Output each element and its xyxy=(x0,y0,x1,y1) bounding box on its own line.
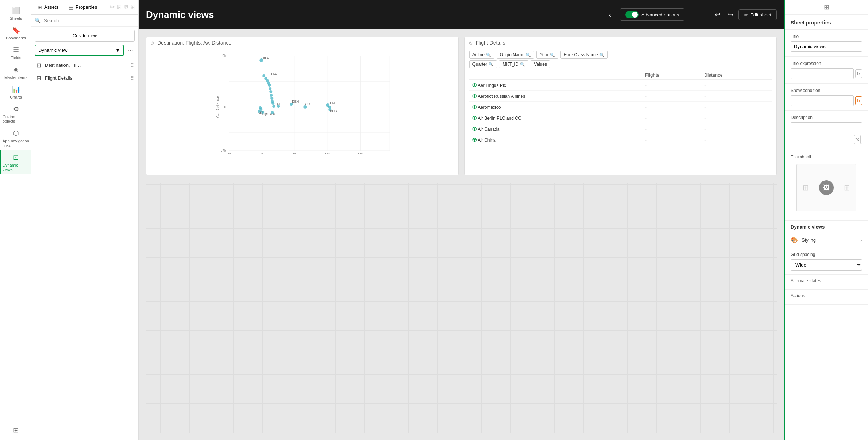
search-icon-small: 🔍 xyxy=(550,53,555,57)
row-flights: - xyxy=(642,80,701,91)
properties-tab[interactable]: ▤ Properties xyxy=(65,2,101,12)
sidebar-item-fields[interactable]: ☰ Fields xyxy=(0,42,31,62)
chart1-export-icon[interactable]: ⎋ xyxy=(151,40,154,46)
description-section: Description fx xyxy=(785,111,868,150)
sidebar-item-bookmarks[interactable]: 🔖 Bookmarks xyxy=(0,23,31,42)
collapse-button[interactable]: ‹ xyxy=(606,9,614,20)
svg-point-25 xyxy=(266,79,269,82)
sheet-properties-title: Sheet properties xyxy=(785,15,868,30)
filter-origin[interactable]: Origin Name 🔍 xyxy=(497,51,534,59)
description-input[interactable] xyxy=(791,122,862,144)
description-fx-button[interactable]: fx xyxy=(854,135,861,144)
row-flights: - xyxy=(642,102,701,112)
search-input[interactable] xyxy=(44,18,135,23)
show-condition-input[interactable] xyxy=(791,95,854,106)
dropdown-value: Dynamic view xyxy=(38,47,67,53)
sidebar-item-sheets[interactable]: ⬜ Sheets xyxy=(0,3,31,23)
sidebar-item-appnav[interactable]: ⬡ App navigation links xyxy=(0,126,31,150)
chart2-export-icon[interactable]: ⎋ xyxy=(469,40,472,46)
row-flights: - xyxy=(642,112,701,123)
filter-year-label: Year xyxy=(540,52,548,57)
appnav-icon: ⬡ xyxy=(13,129,19,137)
svg-text:0: 0 xyxy=(224,105,226,109)
sheets-icon: ⬜ xyxy=(12,7,20,15)
styling-label: Styling xyxy=(802,237,857,243)
assets-tab[interactable]: ⊞ Assets xyxy=(34,2,62,12)
expand-icon[interactable]: ⊕ xyxy=(472,126,477,132)
grid-spacing-label: Grid spacing xyxy=(791,252,862,257)
svg-text:Av. Distance: Av. Distance xyxy=(215,96,220,118)
expand-icon[interactable]: ⊕ xyxy=(472,115,477,121)
row-distance: - xyxy=(701,91,772,102)
show-condition-fx-button[interactable]: fx xyxy=(855,96,862,105)
row-distance: - xyxy=(701,123,772,134)
table-row: ⊕ Air Canada - - xyxy=(469,123,772,134)
thumbnail-label: Thumbnail xyxy=(791,154,862,160)
alternate-states-section: Alternate states xyxy=(785,275,868,290)
more-options-button[interactable]: ⋯ xyxy=(126,45,135,55)
sidebar-item-label: Fields xyxy=(11,56,21,60)
advanced-options-button[interactable]: Advanced options xyxy=(620,8,684,21)
sidebar-item-bottom[interactable]: ⊞ xyxy=(11,422,20,436)
filter-quarter[interactable]: Quarter 🔍 xyxy=(469,60,497,68)
filter-mktid[interactable]: MKT_ID 🔍 xyxy=(499,60,528,68)
sidebar-item-charts[interactable]: 📊 Charts xyxy=(0,82,31,102)
expand-icon[interactable]: ⊕ xyxy=(472,82,477,88)
paste-button[interactable]: ⎗ xyxy=(131,2,135,12)
row-name: Air Berlin PLC and CO xyxy=(478,116,521,121)
description-label: Description xyxy=(791,115,862,120)
copy-button[interactable]: ⎘ xyxy=(117,2,121,12)
assets-tab-label: Assets xyxy=(44,4,58,10)
scatter-svg: -5k 0 5k 10k 15k Flights 2k 0 -2k Av. Di… xyxy=(161,52,451,154)
expand-icon[interactable]: ⊕ xyxy=(472,93,477,99)
styling-row[interactable]: 🎨 Styling › xyxy=(785,232,868,248)
master-icon: ◈ xyxy=(13,66,19,74)
filter-values[interactable]: Values xyxy=(531,60,550,68)
svg-point-51 xyxy=(328,106,331,108)
expand-icon[interactable]: ⊕ xyxy=(472,137,477,143)
list-item[interactable]: ⊞ Flight Details ⠿ xyxy=(31,72,138,84)
undo-button[interactable]: ↩ xyxy=(712,9,722,20)
redo-button[interactable]: ↪ xyxy=(725,9,736,20)
svg-point-30 xyxy=(270,94,273,97)
assets-list: ⊡ Destination, Fli… ⠿ ⊞ Flight Details ⠿ xyxy=(31,59,138,84)
edit-sheet-label: Edit sheet xyxy=(750,12,771,18)
search-icon: 🔍 xyxy=(35,18,41,23)
panel-toolbar: ⊞ Assets ▤ Properties ✂ ⎘ ⧉ ⎗ xyxy=(31,0,138,15)
col-header-name xyxy=(469,71,642,80)
table-row: ⊕ Aeromexico - - xyxy=(469,102,772,112)
chart1-header: ⎋ Destination, Flights, Av. Distance xyxy=(146,37,458,49)
sidebar-item-master[interactable]: ◈ Master items xyxy=(0,62,31,82)
expand-icon[interactable]: ⊕ xyxy=(472,104,477,110)
svg-text:SJU: SJU xyxy=(304,102,310,106)
title-input[interactable] xyxy=(791,41,862,52)
grid-spacing-select[interactable]: Wide Narrow Medium xyxy=(791,259,862,271)
flight-details-card: ⎋ Flight Details Airline 🔍 Origin Name 🔍 xyxy=(464,37,777,175)
actions-label: Actions xyxy=(791,293,862,298)
sidebar-item-dynamic[interactable]: ⊡ Dynamic views xyxy=(0,150,31,174)
edit-sheet-button[interactable]: ✏ Edit sheet xyxy=(738,9,777,20)
svg-point-28 xyxy=(269,87,271,90)
filter-values-label: Values xyxy=(534,62,547,67)
filter-fareclass[interactable]: Fare Class Name 🔍 xyxy=(560,51,607,59)
title-expression-input[interactable] xyxy=(791,68,854,79)
styling-chevron-icon: › xyxy=(860,237,862,243)
search-box: 🔍 xyxy=(31,15,138,27)
filter-year[interactable]: Year 🔍 xyxy=(536,51,558,59)
toggle-switch xyxy=(625,11,639,18)
row-name: Aeroflot Russian Airlines xyxy=(478,94,525,99)
chart2-title: Flight Details xyxy=(476,40,505,46)
sidebar-item-custom[interactable]: ⚙ Custom objects xyxy=(0,102,31,126)
panel-layout-icon: ⊞ xyxy=(824,3,829,11)
title-expression-fx-button[interactable]: fx xyxy=(855,69,862,78)
thumbnail-upload-button[interactable]: 🖼 xyxy=(819,180,834,195)
svg-point-29 xyxy=(269,90,272,93)
filter-airline[interactable]: Airline 🔍 xyxy=(469,51,494,59)
duplicate-button[interactable]: ⧉ xyxy=(124,2,128,12)
svg-text:STT: STT xyxy=(277,102,283,106)
empty-canvas-grid xyxy=(146,183,777,433)
cut-button[interactable]: ✂ xyxy=(110,2,115,12)
list-item[interactable]: ⊡ Destination, Fli… ⠿ xyxy=(31,59,138,72)
create-new-button[interactable]: Create new xyxy=(35,30,135,42)
dynamic-view-dropdown[interactable]: Dynamic view ▼ xyxy=(35,45,124,56)
